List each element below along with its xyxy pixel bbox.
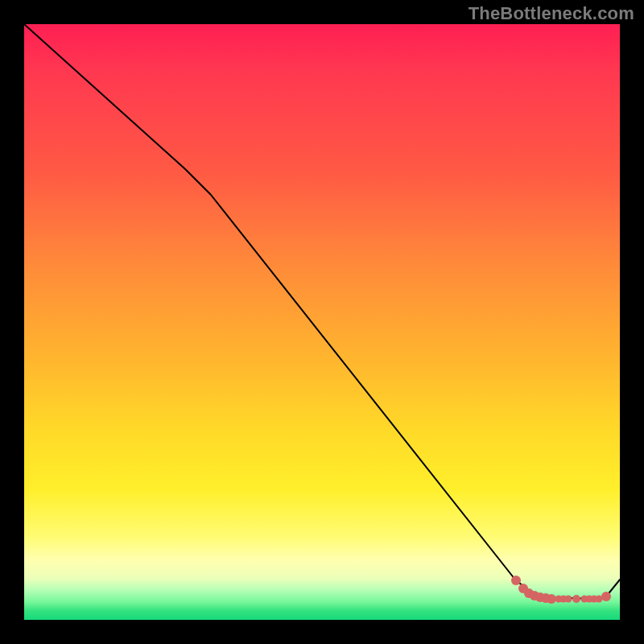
watermark-text: TheBottleneck.com bbox=[469, 3, 634, 24]
dash-1 bbox=[565, 596, 572, 603]
gap-dot-1 bbox=[572, 595, 580, 603]
black-curve bbox=[24, 24, 620, 599]
marker-stroke bbox=[511, 576, 521, 585]
end-dot bbox=[601, 592, 611, 601]
chart-container: TheBottleneck.com bbox=[0, 0, 644, 644]
marker-stroke bbox=[547, 594, 556, 604]
markers-group bbox=[511, 576, 611, 604]
line-layer bbox=[24, 24, 620, 620]
plot-area bbox=[24, 24, 620, 620]
